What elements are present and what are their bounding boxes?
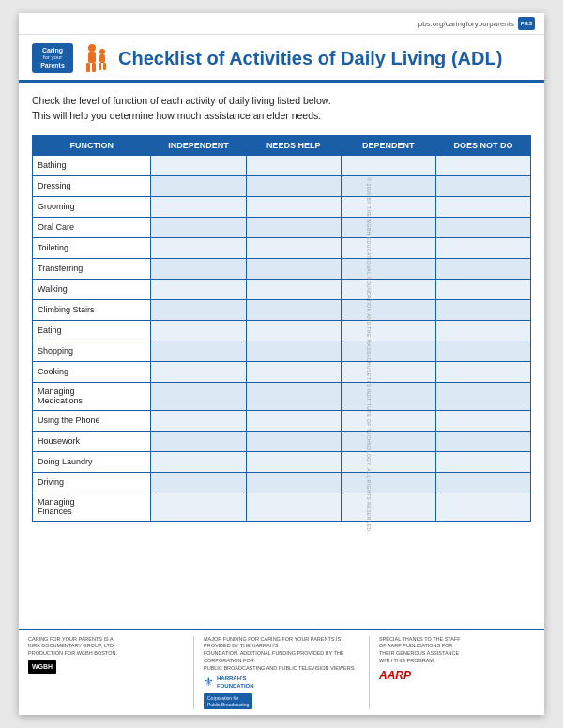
check-cell[interactable] bbox=[151, 237, 246, 258]
check-cell[interactable] bbox=[246, 196, 341, 217]
check-cell[interactable] bbox=[246, 472, 341, 493]
table-row: Using the Phone bbox=[33, 410, 531, 431]
check-cell[interactable] bbox=[435, 196, 530, 217]
check-cell[interactable] bbox=[246, 155, 341, 175]
check-cell[interactable] bbox=[151, 361, 246, 382]
check-cell[interactable] bbox=[341, 175, 435, 196]
check-cell[interactable] bbox=[341, 237, 435, 258]
check-cell[interactable] bbox=[435, 279, 530, 299]
check-cell[interactable] bbox=[341, 258, 435, 279]
check-cell[interactable] bbox=[341, 493, 435, 521]
check-cell[interactable] bbox=[435, 237, 530, 258]
check-cell[interactable] bbox=[435, 299, 530, 320]
check-cell[interactable] bbox=[246, 341, 341, 361]
check-cell[interactable] bbox=[246, 493, 341, 521]
check-cell[interactable] bbox=[435, 155, 530, 175]
check-cell[interactable] bbox=[341, 299, 435, 320]
footer-col3-line2: OF AARP PUBLICATIONS FOR bbox=[379, 643, 535, 650]
check-cell[interactable] bbox=[341, 431, 435, 451]
col-header-function: FUNCTION bbox=[33, 135, 151, 155]
svg-rect-6 bbox=[99, 63, 101, 70]
function-cell: Driving bbox=[33, 472, 151, 493]
page-header: Caring for your Parents Checklist of Act… bbox=[19, 35, 544, 83]
col-header-independent: INDEPENDENT bbox=[151, 135, 246, 155]
check-cell[interactable] bbox=[435, 410, 530, 431]
check-cell[interactable] bbox=[341, 451, 435, 472]
check-cell[interactable] bbox=[341, 155, 435, 175]
check-cell[interactable] bbox=[151, 451, 246, 472]
check-cell[interactable] bbox=[341, 217, 435, 237]
check-cell[interactable] bbox=[151, 472, 246, 493]
cpb-logo: Corporation forPublic Broadcasting bbox=[204, 693, 252, 709]
footer-col3-line1: SPECIAL THANKS TO THE STAFF bbox=[379, 636, 535, 644]
check-cell[interactable] bbox=[341, 196, 435, 217]
check-cell[interactable] bbox=[246, 217, 341, 237]
footer-col2-line3: PUBLIC BROADCASTING AND PUBLIC TELEVISIO… bbox=[204, 665, 359, 673]
function-cell: Eating bbox=[33, 320, 151, 341]
check-cell[interactable] bbox=[151, 155, 246, 175]
check-cell[interactable] bbox=[151, 341, 246, 361]
col-header-does-not-do: DOES NOT DO bbox=[435, 135, 530, 155]
svg-rect-7 bbox=[103, 63, 106, 70]
check-cell[interactable] bbox=[435, 320, 530, 341]
check-cell[interactable] bbox=[151, 279, 246, 299]
check-cell[interactable] bbox=[341, 382, 435, 410]
check-cell[interactable] bbox=[246, 258, 341, 279]
check-cell[interactable] bbox=[435, 258, 530, 279]
harrahs-text: HARRAH'SFOUNDATION bbox=[217, 675, 254, 689]
check-cell[interactable] bbox=[246, 431, 341, 451]
check-cell[interactable] bbox=[246, 279, 341, 299]
check-cell[interactable] bbox=[435, 493, 530, 521]
check-cell[interactable] bbox=[435, 451, 530, 472]
check-cell[interactable] bbox=[341, 279, 435, 299]
check-cell[interactable] bbox=[435, 361, 530, 382]
check-cell[interactable] bbox=[151, 258, 246, 279]
check-cell[interactable] bbox=[151, 175, 246, 196]
check-cell[interactable] bbox=[341, 361, 435, 382]
check-cell[interactable] bbox=[151, 320, 246, 341]
check-cell[interactable] bbox=[341, 320, 435, 341]
check-cell[interactable] bbox=[151, 410, 246, 431]
check-cell[interactable] bbox=[246, 361, 341, 382]
svg-rect-2 bbox=[86, 63, 90, 72]
function-cell: Transferring bbox=[33, 258, 151, 279]
check-cell[interactable] bbox=[151, 382, 246, 410]
check-cell[interactable] bbox=[435, 341, 530, 361]
check-cell[interactable] bbox=[151, 217, 246, 237]
footer-divider-1 bbox=[193, 636, 194, 709]
pbs-logo-area: pbs.org/caringforyourparents PBS bbox=[418, 17, 535, 30]
check-cell[interactable] bbox=[246, 382, 341, 410]
footer-col1-line2: KIRK DOCUMENTARY GROUP, LTD. bbox=[28, 643, 184, 650]
check-cell[interactable] bbox=[246, 299, 341, 320]
check-cell[interactable] bbox=[246, 175, 341, 196]
check-cell[interactable] bbox=[435, 217, 530, 237]
function-cell: Toileting bbox=[33, 237, 151, 258]
check-cell[interactable] bbox=[151, 196, 246, 217]
table-row: ManagingFinances bbox=[33, 493, 531, 521]
table-row: Transferring bbox=[33, 258, 531, 279]
check-cell[interactable] bbox=[341, 472, 435, 493]
footer-col-2: MAJOR FUNDING FOR CARING FOR YOUR PARENT… bbox=[204, 636, 359, 709]
table-row: Housework bbox=[33, 431, 531, 451]
check-cell[interactable] bbox=[435, 431, 530, 451]
table-row: Toileting bbox=[33, 237, 531, 258]
check-cell[interactable] bbox=[435, 175, 530, 196]
check-cell[interactable] bbox=[151, 431, 246, 451]
svg-point-4 bbox=[99, 49, 105, 54]
check-cell[interactable] bbox=[246, 410, 341, 431]
check-cell[interactable] bbox=[151, 299, 246, 320]
svg-rect-1 bbox=[88, 52, 96, 63]
function-cell: Housework bbox=[33, 431, 151, 451]
check-cell[interactable] bbox=[246, 451, 341, 472]
table-row: Cooking bbox=[33, 361, 531, 382]
check-cell[interactable] bbox=[435, 382, 530, 410]
check-cell[interactable] bbox=[151, 493, 246, 521]
check-cell[interactable] bbox=[246, 237, 341, 258]
check-cell[interactable] bbox=[246, 320, 341, 341]
check-cell[interactable] bbox=[341, 410, 435, 431]
check-cell[interactable] bbox=[341, 341, 435, 361]
adl-table: FUNCTION INDEPENDENT NEEDS HELP DEPENDEN… bbox=[32, 135, 531, 522]
table-row: Driving bbox=[33, 472, 531, 493]
check-cell[interactable] bbox=[435, 472, 530, 493]
table-header-row: FUNCTION INDEPENDENT NEEDS HELP DEPENDEN… bbox=[33, 135, 531, 155]
